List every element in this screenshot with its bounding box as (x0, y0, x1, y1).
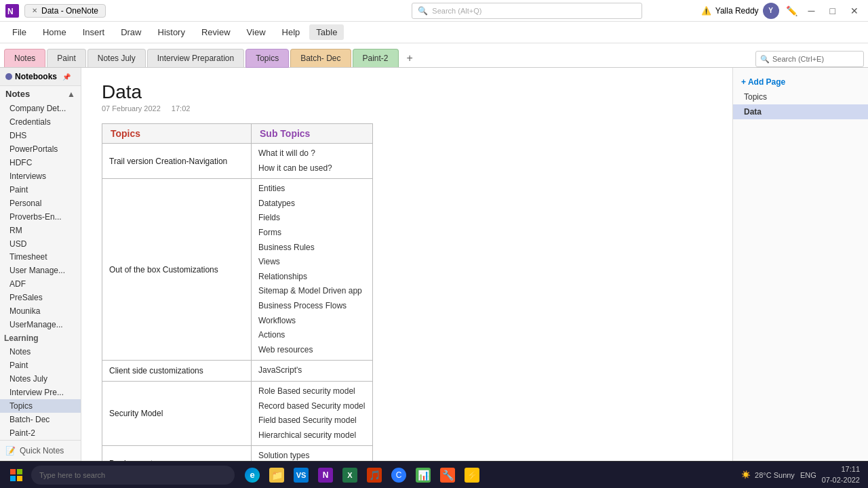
weather-icon: ☀️ (741, 470, 751, 479)
subtopic-item: JavaScript's (258, 363, 366, 378)
menu-view[interactable]: View (240, 24, 273, 40)
subtopics-cell-4: Solution typesSolution components (252, 446, 373, 461)
onenote-logo-icon: N (5, 4, 19, 18)
sidebar-item-interviews[interactable]: Interviews (0, 169, 81, 183)
sidebar-item-hdfc[interactable]: HDFC (0, 156, 81, 169)
minimize-button[interactable]: ─ (804, 5, 819, 16)
taskbar-edge-button[interactable]: e (241, 463, 263, 487)
sidebar-item-paint-2[interactable]: Paint-2 (0, 426, 81, 440)
tab-batch-dec[interactable]: Batch- Dec (290, 49, 351, 67)
svg-rect-5 (17, 476, 22, 481)
sidebar-item-rm[interactable]: RM (0, 224, 81, 237)
edit-icon[interactable]: ✏️ (786, 5, 797, 16)
sidebar-item-paint-learning[interactable]: Paint (0, 359, 81, 372)
tabs-search-placeholder: Search (Ctrl+E) (772, 55, 824, 63)
taskbar: e 📁 VS N X 🎵 C 📊 🔧 ⚡ (0, 461, 868, 488)
notebooks-label: Notebooks (15, 72, 57, 81)
menu-table[interactable]: Table (309, 24, 344, 40)
tab-paint[interactable]: Paint (47, 49, 85, 67)
add-page-button[interactable]: + Add Page (733, 75, 868, 89)
taskbar-app7-button[interactable]: 📊 (412, 463, 434, 487)
taskbar-app9-button[interactable]: ⚡ (461, 463, 483, 487)
svg-text:N: N (7, 7, 14, 16)
system-tray-icons: ☀️ 28°C Sunny (741, 470, 795, 479)
warning-icon: ⚠️ (701, 6, 711, 16)
start-button[interactable] (3, 463, 30, 487)
sidebar-item-notes[interactable]: Notes (0, 345, 81, 359)
taskbar-onenote-button[interactable]: N (315, 463, 336, 487)
sidebar-item-personal[interactable]: Personal (0, 197, 81, 210)
title-search-bar[interactable]: 🔍 Search (Alt+Q) (412, 3, 642, 19)
subtopic-item: Entities (258, 182, 366, 197)
taskbar-app5-button[interactable]: 🎵 (363, 463, 385, 487)
tab-topics[interactable]: Topics (245, 49, 289, 68)
sidebar-item-usermanage2[interactable]: UserManage... (0, 318, 81, 331)
sidebar-item-usermanage1[interactable]: User Manage... (0, 264, 81, 277)
taskbar-lang: ENG (800, 471, 816, 479)
sidebar-item-presales[interactable]: PreSales (0, 291, 81, 304)
tab-add-button[interactable]: + (400, 49, 420, 67)
taskbar-vscode-button[interactable]: VS (290, 463, 312, 487)
search-icon: 🔍 (418, 6, 428, 16)
page-title: Data (102, 81, 712, 103)
subtopic-item: Record based Security model (258, 399, 366, 414)
tab-close-icon[interactable]: ✕ (32, 7, 37, 14)
tabs-search-area: 🔍 Search (Ctrl+E) (755, 51, 864, 67)
clock-time: 17:11 (822, 464, 860, 474)
title-bar-left: N ✕ Data - OneNote (5, 4, 353, 18)
restore-button[interactable]: □ (826, 5, 840, 16)
sidebar-item-topics[interactable]: Topics (0, 399, 81, 413)
tabs-search-bar[interactable]: 🔍 Search (Ctrl+E) (755, 51, 864, 67)
sidebar-item-powerportals[interactable]: PowerPortals (0, 142, 81, 156)
taskbar-app6-button[interactable]: C (388, 463, 410, 487)
notebooks-pin-icon[interactable]: 📌 (62, 73, 71, 81)
right-panel-topics[interactable]: Topics (733, 89, 868, 104)
clock-date: 07-02-2022 (822, 475, 860, 485)
taskbar-clock: 17:11 07-02-2022 (822, 464, 860, 485)
sidebar-item-timesheet[interactable]: Timesheet (0, 250, 81, 264)
sidebar-item-paint[interactable]: Paint (0, 183, 81, 197)
subtopic-item: Business Process Flows (258, 299, 366, 314)
menu-review[interactable]: Review (195, 24, 237, 40)
tab-label: Data - OneNote (41, 6, 98, 16)
notes-section-header: Notes ▲ (0, 86, 81, 102)
menu-help[interactable]: Help (275, 24, 307, 40)
title-bar-tab[interactable]: ✕ Data - OneNote (24, 4, 106, 18)
sidebar-item-credentials[interactable]: Credentials (0, 115, 81, 129)
sidebar-item-interview-pre[interactable]: Interview Pre... (0, 386, 81, 399)
menu-insert[interactable]: Insert (76, 24, 112, 40)
notes-section-label: Notes (5, 89, 30, 99)
notebooks-icon (5, 73, 12, 80)
content-area: Data 07 February 2022 17:02 Topics Sub T… (81, 68, 732, 461)
quick-notes-button[interactable]: 📝 Quick Notes (0, 440, 81, 461)
menu-history[interactable]: History (151, 24, 192, 40)
menu-home[interactable]: Home (36, 24, 73, 40)
menu-draw[interactable]: Draw (114, 24, 148, 40)
title-bar-center: 🔍 Search (Alt+Q) (353, 3, 701, 19)
tab-interview-prep[interactable]: Interview Preparation (147, 49, 244, 67)
tab-notes-july[interactable]: Notes July (87, 49, 146, 67)
close-button[interactable]: ✕ (846, 5, 863, 16)
sidebar-item-dhs[interactable]: DHS (0, 129, 81, 142)
sidebar-item-notes-july[interactable]: Notes July (0, 372, 81, 386)
sidebar-item-batch-dec[interactable]: Batch- Dec (0, 413, 81, 426)
sidebar-item-adf[interactable]: ADF (0, 277, 81, 291)
taskbar-excel-button[interactable]: X (339, 463, 361, 487)
windows-logo-icon (9, 468, 23, 482)
tab-paint-2[interactable]: Paint-2 (353, 49, 399, 67)
topic-cell-1: Out of the box Customizations (102, 179, 252, 361)
taskbar-app8-button[interactable]: 🔧 (437, 463, 458, 487)
sidebar-item-mounika[interactable]: Mounika (0, 304, 81, 318)
collapse-notes-button[interactable]: ▲ (67, 89, 75, 99)
sidebar-item-proverbs[interactable]: Proverbs-En... (0, 210, 81, 224)
topic-cell-2: Client side customizations (102, 361, 252, 382)
sidebar-item-usd[interactable]: USD (0, 237, 81, 251)
sidebar-group-learning[interactable]: Learning (0, 331, 81, 345)
taskbar-explorer-button[interactable]: 📁 (266, 463, 288, 487)
taskbar-search-input[interactable] (31, 466, 235, 485)
tab-notes[interactable]: Notes (4, 49, 45, 67)
sidebar-item-company-det[interactable]: Company Det... (0, 102, 81, 115)
subtopics-cell-3: Role Based security modelRecord based Se… (252, 381, 373, 445)
menu-file[interactable]: File (5, 24, 33, 40)
right-panel-data[interactable]: Data (733, 104, 868, 119)
